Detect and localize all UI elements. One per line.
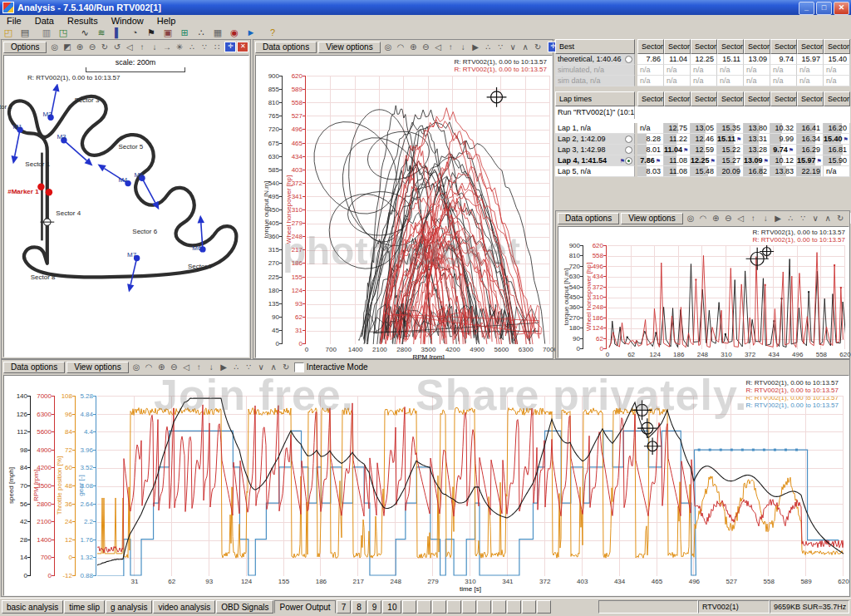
row-label[interactable]: Lap 1, n/a: [555, 123, 635, 134]
menu-file[interactable]: File: [0, 16, 28, 26]
previous-icon[interactable]: ◁: [735, 213, 747, 224]
zoom-out-icon[interactable]: ⊖: [420, 42, 432, 52]
lasso-icon[interactable]: ◠: [395, 42, 407, 52]
tab-blank[interactable]: [447, 600, 461, 614]
torque-rpm-plot[interactable]: [307, 76, 550, 344]
goto-icon[interactable]: →: [160, 42, 173, 52]
power-time-plot[interactable]: [608, 245, 845, 349]
pin-up-icon[interactable]: ↑: [135, 42, 148, 52]
tab-obd-signals[interactable]: OBD Signals: [216, 600, 273, 614]
rotate-icon[interactable]: ↻: [280, 362, 293, 372]
remove-marker-icon[interactable]: ∵: [797, 213, 809, 224]
telemetry-chart-area[interactable]: R: RTV002(1), 0.00 to 10:13.57R: RTV002(…: [3, 375, 849, 596]
data-options-button[interactable]: Data options: [558, 213, 619, 224]
copy-icon[interactable]: ▥: [38, 27, 55, 38]
zoom-in-icon[interactable]: ⊕: [710, 213, 722, 224]
pin-up-icon[interactable]: ↑: [193, 362, 205, 372]
marker1-dot[interactable]: [46, 189, 52, 195]
print-icon[interactable]: ▤: [17, 27, 33, 38]
tab-9[interactable]: 9: [367, 600, 382, 614]
lap-select-radio[interactable]: [625, 146, 632, 154]
close-button[interactable]: ✕: [834, 2, 849, 15]
pin-down-icon[interactable]: ↓: [760, 213, 772, 224]
previous-icon[interactable]: ◁: [123, 42, 135, 52]
tab-basic-analysis[interactable]: basic analysis: [2, 600, 63, 614]
panel-move-icon[interactable]: ✛: [224, 42, 236, 52]
play-to-icon[interactable]: ▶: [470, 42, 482, 52]
power-time-chart-area[interactable]: R: RTV002(1), 0.00 to 10:13.57R: RTV002(…: [558, 226, 849, 358]
pin-down-icon[interactable]: ↓: [148, 42, 160, 52]
branch-remove-icon[interactable]: ∧: [268, 362, 280, 372]
tab-blank[interactable]: [462, 600, 476, 614]
track-map-icon[interactable]: ∿: [76, 27, 93, 38]
web-icon[interactable]: ◉: [226, 27, 243, 38]
grid-icon[interactable]: ⊞: [176, 27, 193, 38]
pin-down-icon[interactable]: ↓: [457, 42, 470, 52]
tab-time-slip[interactable]: time slip: [64, 600, 105, 614]
zoom-out-icon[interactable]: ⊖: [168, 362, 180, 372]
row-label[interactable]: simulated, n/a: [555, 65, 635, 76]
zoom-window-icon[interactable]: ◎: [382, 42, 395, 52]
help-icon[interactable]: ?: [264, 27, 281, 38]
lasso-icon[interactable]: ◠: [697, 213, 710, 224]
tab-blank[interactable]: [402, 600, 416, 614]
zoom-in-icon[interactable]: ⊕: [73, 42, 86, 52]
select-track-icon[interactable]: ◩: [61, 42, 73, 52]
track-marker-m1[interactable]: [10, 126, 23, 165]
menu-help[interactable]: Help: [150, 16, 183, 26]
redo-icon[interactable]: ↻: [98, 42, 111, 52]
tab-blank[interactable]: [537, 600, 551, 614]
edit-node-icon[interactable]: ∷: [210, 42, 223, 52]
lap-select-radio[interactable]: [625, 136, 632, 143]
lap-select-radio[interactable]: [625, 56, 632, 63]
menu-data[interactable]: Data: [28, 16, 61, 26]
stopwatch-icon[interactable]: ◔: [126, 27, 143, 38]
row-label[interactable]: sim data, n/a: [555, 76, 635, 86]
tab-7[interactable]: 7: [337, 600, 352, 614]
branch-add-icon[interactable]: ∨: [507, 42, 519, 52]
row-label[interactable]: Lap 4, 1:41.54⚑: [555, 155, 635, 166]
torque-rpm-chart-area[interactable]: R: RTV002(1), 0.00 to 10:13.57R: RTV002(…: [255, 55, 553, 358]
lap-select-radio[interactable]: [625, 157, 632, 165]
bar-chart-icon[interactable]: ▌: [110, 27, 126, 38]
row-label[interactable]: theoretical, 1:40.46: [555, 54, 635, 65]
track-map-body[interactable]: scale: 200m R: RTV002(1), 0.00 to 10:13.…: [3, 55, 249, 357]
tab-blank[interactable]: [432, 600, 446, 614]
row-label[interactable]: Lap 2, 1:42.09: [555, 134, 635, 145]
rotate-icon[interactable]: ↻: [834, 213, 847, 224]
zoom-in-icon[interactable]: ⊕: [155, 362, 168, 372]
add-marker-icon[interactable]: ∴: [482, 42, 494, 52]
maximize-button[interactable]: □: [816, 2, 832, 15]
menu-window[interactable]: Window: [105, 16, 150, 26]
rotate-icon[interactable]: ↻: [532, 42, 544, 52]
tab-power-output[interactable]: Power Output: [274, 600, 335, 614]
remove-marker-icon[interactable]: ∵: [494, 42, 507, 52]
branch-remove-icon[interactable]: ∧: [519, 42, 532, 52]
tab-10[interactable]: 10: [382, 600, 401, 614]
add-node-icon[interactable]: ∴: [185, 42, 198, 52]
remove-marker-icon[interactable]: ∵: [243, 362, 255, 372]
lasso-icon[interactable]: ◠: [143, 362, 155, 372]
scatter-icon[interactable]: ∴: [193, 27, 209, 38]
view-options-button[interactable]: View options: [318, 42, 381, 53]
branch-add-icon[interactable]: ∨: [809, 213, 822, 224]
telemetry-plot[interactable]: [97, 396, 844, 576]
play-to-icon[interactable]: ▶: [772, 213, 785, 224]
tab-blank[interactable]: [477, 600, 491, 614]
previous-icon[interactable]: ◁: [432, 42, 445, 52]
track-marker-m7[interactable]: [125, 255, 140, 293]
play-to-icon[interactable]: ▶: [218, 362, 230, 372]
finish-flags-icon[interactable]: ⚑: [143, 27, 160, 38]
zoom-out-icon[interactable]: ⊖: [86, 42, 98, 52]
data-options-button[interactable]: Data options: [255, 42, 317, 53]
undo-icon[interactable]: ↺: [111, 42, 123, 52]
zoom-in-icon[interactable]: ⊕: [407, 42, 420, 52]
view-options-button[interactable]: View options: [621, 213, 683, 224]
pin-up-icon[interactable]: ↑: [445, 42, 457, 52]
report-icon[interactable]: ▣: [160, 27, 176, 38]
data-strip-icon[interactable]: ▦: [209, 27, 226, 38]
menu-results[interactable]: Results: [61, 16, 105, 26]
branch-remove-icon[interactable]: ∧: [822, 213, 834, 224]
add-marker-icon[interactable]: ∴: [230, 362, 243, 372]
minimize-button[interactable]: _: [799, 2, 814, 15]
